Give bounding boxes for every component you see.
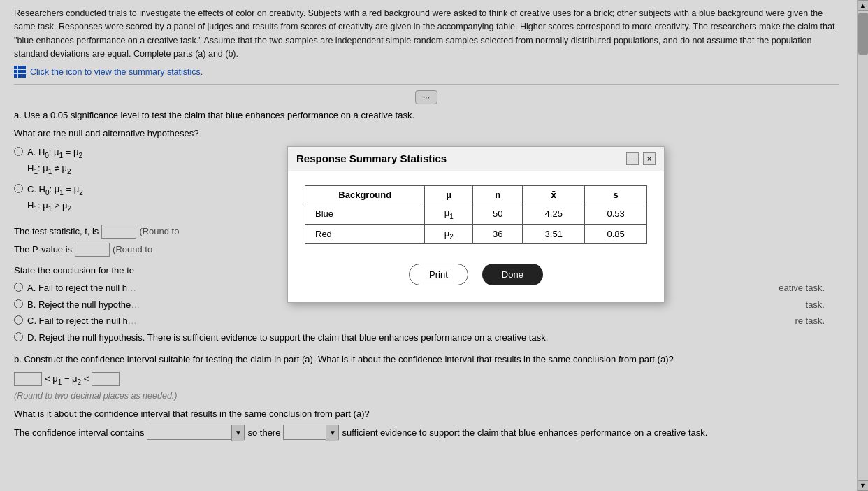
modal-close-button[interactable]: × [643,152,656,165]
cell-blue-n: 50 [473,204,523,224]
cell-red-background: Red [305,224,425,244]
modal-minimize-button[interactable]: − [626,152,639,165]
cell-blue-background: Blue [305,204,425,224]
modal-controls: − × [626,152,656,165]
print-button[interactable]: Print [409,264,468,285]
table-row-red: Red μ2 36 3.51 0.85 [305,224,647,244]
cell-blue-s: 0.53 [585,204,647,224]
col-mu: μ [425,185,473,204]
modal-title: Response Summary Statistics [296,152,447,164]
modal: Response Summary Statistics − × Backgrou… [287,146,665,303]
col-n: n [473,185,523,204]
col-s: s [585,185,647,204]
stats-table: Background μ n x̄ s Blue μ1 50 4.25 0.53 [305,185,647,244]
cell-red-s: 0.85 [585,224,647,244]
modal-body: Background μ n x̄ s Blue μ1 50 4.25 0.53 [288,171,664,302]
modal-overlay: Response Summary Statistics − × Backgrou… [0,0,868,491]
table-row-blue: Blue μ1 50 4.25 0.53 [305,204,647,224]
modal-header: Response Summary Statistics − × [288,147,664,171]
cell-blue-mu: μ1 [425,204,473,224]
cell-red-n: 36 [473,224,523,244]
modal-footer: Print Done [305,264,647,285]
col-background: Background [305,185,425,204]
cell-red-xbar: 3.51 [523,224,585,244]
col-xbar: x̄ [523,185,585,204]
done-button[interactable]: Done [482,264,543,285]
cell-blue-xbar: 4.25 [523,204,585,224]
cell-red-mu: μ2 [425,224,473,244]
